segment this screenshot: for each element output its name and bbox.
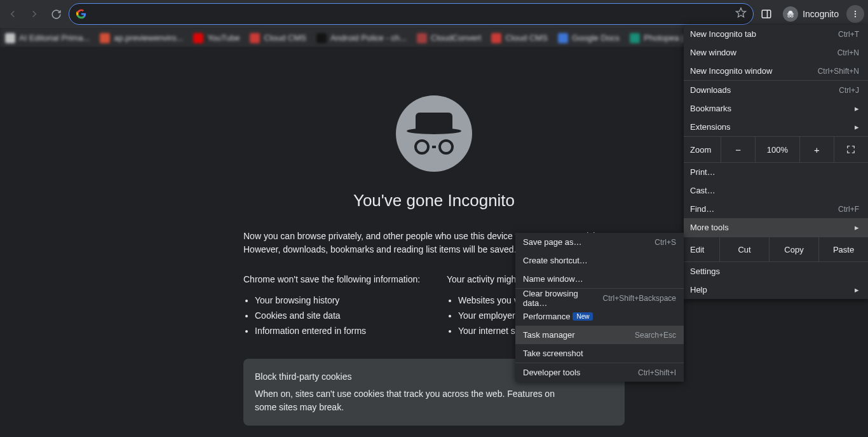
bookmark-item[interactable]: CloudConvert — [417, 33, 482, 43]
svg-rect-3 — [787, 13, 794, 14]
menu-zoom-row: Zoom − 100% + — [684, 137, 868, 162]
menu-bookmarks[interactable]: Bookmarks▸ — [684, 99, 868, 118]
paste-button[interactable]: Paste — [818, 237, 868, 261]
svg-point-8 — [855, 13, 856, 15]
chevron-right-icon: ▸ — [855, 122, 859, 132]
side-panel-button[interactable] — [757, 5, 775, 23]
incognito-icon — [783, 6, 798, 22]
edit-label: Edit — [684, 237, 719, 261]
bookmark-star-icon[interactable] — [735, 7, 747, 21]
bookmark-item[interactable]: YouTube — [193, 33, 240, 43]
browser-toolbar: Incognito — [0, 0, 868, 28]
zoom-label: Zoom — [684, 145, 721, 155]
menu-more-tools[interactable]: More tools▸ — [684, 218, 868, 237]
forward-button[interactable] — [25, 5, 43, 23]
bookmark-item[interactable]: Google Docs — [558, 33, 620, 43]
submenu-name-window[interactable]: Name window… — [515, 270, 684, 288]
menu-find[interactable]: Find…Ctrl+F — [684, 200, 868, 218]
fullscreen-button[interactable] — [834, 137, 868, 162]
svg-rect-1 — [762, 10, 771, 18]
submenu-create-shortcut[interactable]: Create shortcut… — [515, 251, 684, 270]
copy-button[interactable]: Copy — [769, 237, 818, 261]
chevron-right-icon: ▸ — [855, 104, 859, 113]
chevron-right-icon: ▸ — [855, 285, 859, 295]
incognito-indicator[interactable]: Incognito — [779, 6, 843, 22]
back-button[interactable] — [4, 5, 22, 23]
cut-button[interactable]: Cut — [719, 237, 769, 261]
chrome-menu-button[interactable] — [846, 5, 864, 23]
chrome-main-menu: New Incognito tabCtrl+T New windowCtrl+N… — [684, 25, 868, 299]
menu-help[interactable]: Help▸ — [684, 281, 868, 299]
menu-edit-row: Edit Cut Copy Paste — [684, 237, 868, 262]
menu-new-window[interactable]: New windowCtrl+N — [684, 43, 868, 62]
svg-point-5 — [791, 15, 793, 17]
wont-save-heading: Chrome won't save the following informat… — [243, 274, 421, 284]
bookmark-item[interactable]: ap.previewenviro... — [100, 33, 183, 43]
new-badge: New — [573, 312, 593, 321]
page-title: You've gone Incognito — [243, 191, 625, 211]
bookmark-item[interactable]: AI Editorial Prima... — [5, 33, 90, 43]
address-bar[interactable] — [69, 3, 754, 25]
menu-settings[interactable]: Settings — [684, 262, 868, 281]
submenu-save-page[interactable]: Save page as…Ctrl+S — [515, 233, 684, 251]
submenu-take-screenshot[interactable]: Take screenshot — [515, 344, 684, 363]
menu-cast[interactable]: Cast… — [684, 181, 868, 200]
chevron-right-icon: ▸ — [855, 223, 859, 232]
zoom-out-button[interactable]: − — [721, 137, 755, 162]
bookmark-item[interactable]: Cloud CMS — [491, 33, 547, 43]
menu-print[interactable]: Print… — [684, 163, 868, 181]
cookie-card-body: When on, sites can't use cookies that tr… — [255, 387, 574, 414]
reload-button[interactable] — [47, 5, 65, 23]
submenu-task-manager[interactable]: Task managerSearch+Esc — [515, 326, 684, 344]
incognito-hero-icon — [396, 95, 472, 172]
svg-marker-0 — [736, 8, 746, 17]
zoom-value: 100% — [755, 137, 799, 162]
submenu-clear-browsing-data[interactable]: Clear browsing data…Ctrl+Shift+Backspace — [515, 289, 684, 307]
svg-point-9 — [855, 16, 856, 17]
list-item: Your browsing history — [255, 293, 421, 309]
menu-extensions[interactable]: Extensions▸ — [684, 118, 868, 136]
menu-downloads[interactable]: DownloadsCtrl+J — [684, 81, 868, 99]
zoom-in-button[interactable]: + — [799, 137, 834, 162]
menu-new-incognito-window[interactable]: New Incognito windowCtrl+Shift+N — [684, 62, 868, 80]
list-item: Cookies and site data — [255, 309, 421, 324]
svg-point-4 — [788, 15, 790, 17]
submenu-developer-tools[interactable]: Developer toolsCtrl+Shift+I — [515, 363, 684, 382]
bookmark-item[interactable]: Cloud CMS — [250, 33, 306, 43]
svg-point-7 — [855, 11, 856, 12]
submenu-performance[interactable]: PerformanceNew — [515, 307, 684, 326]
more-tools-submenu: Save page as…Ctrl+S Create shortcut… Nam… — [515, 233, 684, 382]
list-item: Information entered in forms — [255, 324, 421, 339]
incognito-label: Incognito — [803, 9, 839, 19]
menu-new-incognito-tab[interactable]: New Incognito tabCtrl+T — [684, 25, 868, 43]
site-icon — [76, 8, 87, 20]
bookmark-item[interactable]: Android Police - ch... — [316, 33, 407, 43]
